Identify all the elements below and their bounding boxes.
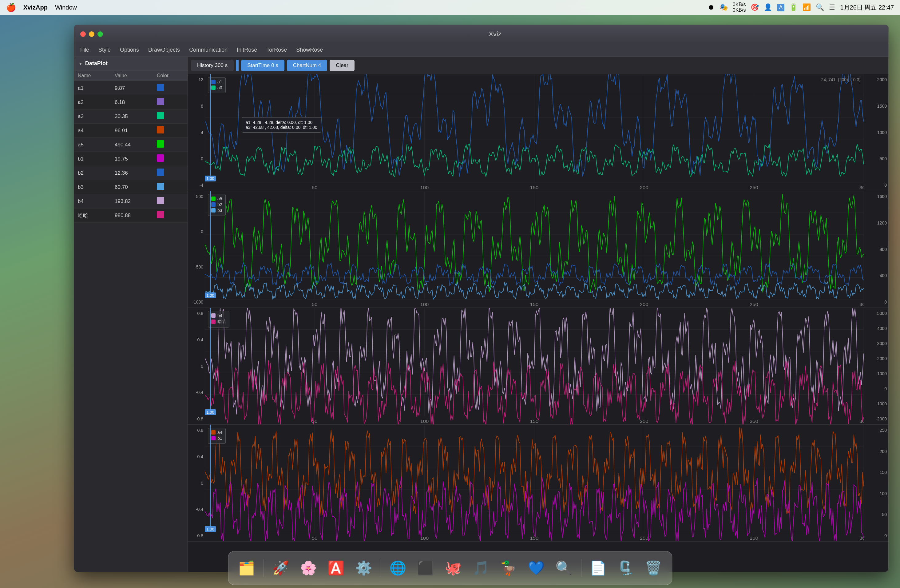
legend-color-swatch [211, 313, 216, 318]
cell-value: 490.44 [111, 138, 153, 152]
y-axis-right: 250200150100500 [864, 425, 888, 541]
svg-text:300: 300 [860, 185, 864, 190]
search-icon[interactable]: 🔍 [816, 3, 824, 11]
dock-icon-trash[interactable]: 🗑️ [641, 556, 666, 580]
table-row[interactable]: b4 193.82 [74, 194, 188, 208]
y-axis-right: 160012008004000 [864, 191, 888, 307]
dock-icon-music[interactable]: 🎵 [469, 556, 493, 580]
dock-icon-github[interactable]: 🐙 [441, 556, 466, 580]
menu-drawobjects[interactable]: DrawObjects [148, 47, 180, 53]
dock-icon-terminal[interactable]: ⬛ [413, 556, 438, 580]
chartnum-button[interactable]: ChartNum 4 [287, 60, 327, 71]
history-button[interactable]: History 300 s [191, 60, 234, 71]
table-row[interactable]: a3 30.35 [74, 110, 188, 124]
color-swatch [157, 169, 164, 176]
apple-menu[interactable]: 🍎 [6, 3, 16, 12]
menu-communication[interactable]: Communication [189, 47, 228, 53]
legend-label: a4 [217, 430, 222, 435]
dock-icon-edge[interactable]: 🌐 [386, 556, 410, 580]
collapse-icon[interactable]: ▼ [78, 61, 83, 66]
window-menu[interactable]: Window [55, 4, 77, 11]
chart-area[interactable]: History 300 s StartTime 0 s ChartNum 4 C… [188, 57, 888, 572]
y-tick-label: 0.4 [197, 454, 203, 459]
legend-item: b2 [211, 202, 222, 207]
y-tick-label-right: 1500 [877, 104, 887, 109]
cell-color [153, 110, 188, 124]
dock-icon-launchpad[interactable]: 🚀 [268, 556, 293, 580]
cursor-label: 1.00 [205, 409, 216, 415]
table-row[interactable]: b2 12.36 [74, 166, 188, 180]
maximize-button[interactable] [98, 31, 103, 37]
svg-text:100: 100 [420, 302, 428, 307]
app-window: Xviz File Style Options DrawObjects Comm… [74, 25, 889, 572]
legend-color-swatch [211, 208, 216, 213]
controlcenter-icon[interactable]: ☰ [829, 3, 835, 11]
table-row[interactable]: 哈哈 980.88 [74, 208, 188, 223]
y-tick-label-right: -1000 [876, 401, 887, 406]
chart-panel-2[interactable]: 5000-500-100050100150200250300a5b2b31.00… [188, 191, 888, 308]
party-icon: 🎯 [751, 3, 759, 11]
cell-value: 6.18 [111, 95, 153, 110]
menu-torrose[interactable]: TorRose [266, 47, 287, 53]
chart-main[interactable]: 50100150200250300a5b2b31.00 [205, 191, 864, 307]
dock-icon-quicklook[interactable]: 🔍 [552, 556, 576, 580]
menu-style[interactable]: Style [98, 47, 111, 53]
table-row[interactable]: a1 9.87 [74, 81, 188, 95]
dock-icon-settings[interactable]: ⚙️ [351, 556, 376, 580]
close-button[interactable] [80, 31, 86, 37]
clear-button[interactable]: Clear [330, 60, 355, 71]
chart-panel-3[interactable]: 0.80.40-0.4-0.850100150200250300b4哈哈1.00… [188, 308, 888, 425]
y-tick-label: -4 [200, 183, 203, 188]
menu-showrose[interactable]: ShowRose [296, 47, 323, 53]
chart-panel-4[interactable]: 0.80.40-0.4-0.850100150200250300a4b11.00… [188, 425, 888, 541]
svg-text:250: 250 [749, 535, 758, 540]
svg-text:50: 50 [312, 185, 318, 190]
svg-text:150: 150 [530, 419, 539, 424]
dock-separator [264, 559, 264, 577]
cell-name: a1 [74, 81, 111, 95]
chart-main[interactable]: 50100150200250300a4b11.00 [205, 425, 864, 541]
menu-initrose[interactable]: InitRose [237, 47, 257, 53]
table-row[interactable]: a4 96.91 [74, 124, 188, 138]
cell-name: b3 [74, 180, 111, 194]
dock-icon-exec[interactable]: 📄 [586, 556, 610, 580]
y-axis-left: 5000-500-1000 [188, 191, 205, 307]
y-tick-label: 4 [201, 130, 203, 135]
table-row[interactable]: a5 490.44 [74, 138, 188, 152]
y-axis-right: 2000150010005000 [864, 74, 888, 191]
menu-file[interactable]: File [80, 47, 89, 53]
table-row[interactable]: b3 60.70 [74, 180, 188, 194]
y-axis-right: 500040003000200010000-1000-2000 [864, 308, 888, 424]
minimize-button[interactable] [89, 31, 95, 37]
y-tick-label-right: 1000 [877, 371, 887, 376]
mask-icon: 🎭 [720, 3, 728, 11]
color-swatch [157, 126, 164, 133]
chart-panel-1[interactable]: 12840-450100150200250300a1a31.00a1: 4.28… [188, 74, 888, 191]
legend-label: b1 [217, 436, 222, 441]
y-tick-label-right: 1600 [877, 194, 887, 199]
dock-icon-finder[interactable]: 🗂️ [234, 556, 259, 580]
dock-icon-photos[interactable]: 🌸 [296, 556, 321, 580]
y-tick-label-right: 100 [880, 491, 887, 496]
cell-name: b1 [74, 152, 111, 166]
svg-text:300: 300 [860, 535, 864, 540]
menu-options[interactable]: Options [120, 47, 139, 53]
chart-svg: 50100150200250300 [205, 425, 864, 541]
wifi-icon: 📶 [802, 3, 811, 11]
chart-main[interactable]: 50100150200250300b4哈哈1.00 [205, 308, 864, 424]
app-name[interactable]: XvizApp [23, 4, 48, 11]
dock-icon-archive[interactable]: 🗜️ [613, 556, 638, 580]
y-tick-label-right: 0 [884, 183, 887, 188]
chart-main[interactable]: 50100150200250300a1a31.00a1: 4.28 , 4.28… [205, 74, 864, 191]
table-row[interactable]: a2 6.18 [74, 95, 188, 110]
dock-icon-cyberduck[interactable]: 🦆 [496, 556, 521, 580]
starttime-button[interactable]: StartTime 0 s [241, 60, 284, 71]
y-tick-label-right: 1200 [877, 220, 887, 225]
dock-icon-vscode[interactable]: 💙 [524, 556, 549, 580]
y-tick-label-right: 5000 [877, 311, 887, 316]
legend-item: 哈哈 [211, 319, 226, 324]
cell-name: a4 [74, 124, 111, 138]
dock-icon-appstore[interactable]: 🅰️ [324, 556, 348, 580]
table-row[interactable]: b1 19.75 [74, 152, 188, 166]
dock: 🗂️🚀🌸🅰️⚙️🌐⬛🐙🎵🦆💙🔍📄🗜️🗑️ [228, 551, 672, 585]
